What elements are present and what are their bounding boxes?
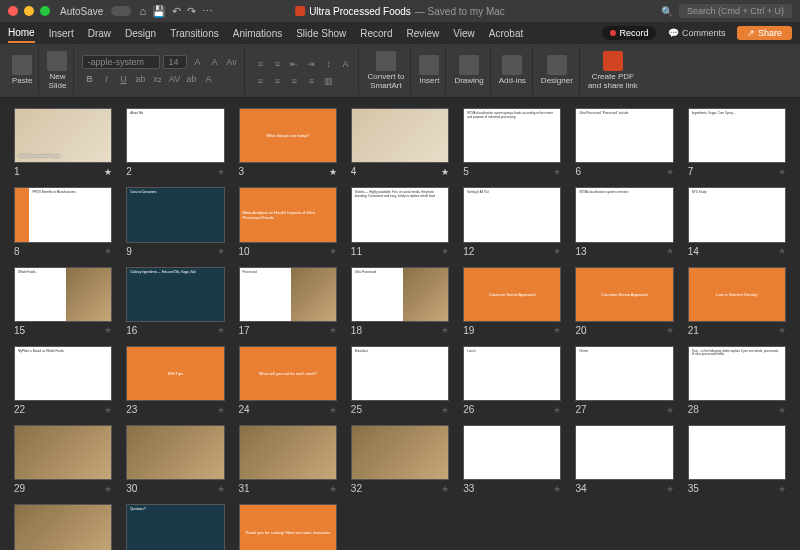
font-color-button[interactable]: A (201, 72, 215, 86)
designer-group[interactable]: Designer (535, 46, 580, 95)
save-icon[interactable]: 💾 (152, 5, 166, 18)
slide-thumbnail-15[interactable]: Whole Foods15★ (14, 267, 112, 336)
slide-thumbnail-9[interactable]: Cons to Consumers9★ (126, 187, 224, 256)
slide-thumbnail-11[interactable]: Gotcha — Highly palatable, Fun, on socia… (351, 187, 449, 256)
tab-view[interactable]: View (453, 25, 475, 42)
slide-thumbnail-35[interactable]: 35★ (688, 425, 786, 494)
slide-thumbnail-38[interactable]: Thank you for coming! Here are more reso… (239, 504, 337, 550)
drawing-group[interactable]: Drawing (448, 46, 490, 95)
record-button[interactable]: Record (602, 26, 656, 40)
qat-more-icon[interactable]: ⋯ (202, 5, 213, 18)
autosave-toggle[interactable]: AutoSave (60, 6, 103, 17)
strike-button[interactable]: ab (133, 72, 147, 86)
tab-insert[interactable]: Insert (49, 25, 74, 42)
insert-group[interactable]: Insert (413, 46, 446, 95)
slide-thumbnail-25[interactable]: Breakfast25★ (351, 346, 449, 415)
indent-left-button[interactable]: ⇤ (287, 57, 301, 71)
bullets-button[interactable]: ≡ (253, 57, 267, 71)
justify-button[interactable]: ≡ (304, 74, 318, 88)
slide-thumbnail-36[interactable]: 36★ (14, 504, 112, 550)
slide-thumbnail-19[interactable]: Common Sense Approach19★ (463, 267, 561, 336)
autosave-switch[interactable] (111, 6, 131, 16)
underline-button[interactable]: U (116, 72, 130, 86)
slide-thumbnail-23[interactable]: WH Tips23★ (126, 346, 224, 415)
increase-font-icon[interactable]: A (190, 55, 204, 69)
clear-format-icon[interactable]: Aν (224, 55, 238, 69)
new-slide-group[interactable]: New Slide (41, 46, 74, 95)
slide-thumbnail-10[interactable]: Meta-Analysis on Health Impacts of Ultra… (239, 187, 337, 256)
slide-thumbnail-31[interactable]: 31★ (239, 425, 337, 494)
slide-thumbnail-3[interactable]: What did you eat today?3★ (239, 108, 337, 177)
text-direction-button[interactable]: A (338, 57, 352, 71)
align-left-button[interactable]: ≡ (253, 74, 267, 88)
tab-acrobat[interactable]: Acrobat (489, 25, 523, 42)
slide-thumbnail-18[interactable]: Ultra Processed18★ (351, 267, 449, 336)
slide-thumbnail-30[interactable]: 30★ (126, 425, 224, 494)
subscript-button[interactable]: x₂ (150, 72, 164, 86)
bold-button[interactable]: B (82, 72, 96, 86)
slide-thumbnail-13[interactable]: NOVA classification system overview13★ (575, 187, 673, 256)
slide-thumbnail-21[interactable]: Low in Nutrient Density21★ (688, 267, 786, 336)
slide-thumbnail-37[interactable]: Questions?37★ (126, 504, 224, 550)
slide-thumbnail-6[interactable]: Ultra Processed "Processed" include6★ (575, 108, 673, 177)
line-spacing-button[interactable]: ↕ (321, 57, 335, 71)
slide-number: 28 (688, 404, 699, 415)
convert-smartart-group[interactable]: Convert to SmartArt (361, 46, 411, 95)
slide-thumbnail-27[interactable]: Dinner27★ (575, 346, 673, 415)
slide-thumbnail-20[interactable]: Common Sense Approach20★ (575, 267, 673, 336)
tab-design[interactable]: Design (125, 25, 156, 42)
addins-group[interactable]: Add-ins (493, 46, 533, 95)
slide-thumbnail-16[interactable]: Culinary Ingredients — Fats and Oils, Su… (126, 267, 224, 336)
transition-star-icon: ★ (329, 246, 337, 256)
slide-thumbnail-1[interactable]: Ultra Processed Foods1★ (14, 108, 112, 177)
comments-button[interactable]: 💬 Comments (662, 26, 731, 40)
italic-button[interactable]: I (99, 72, 113, 86)
columns-button[interactable]: ▥ (321, 74, 335, 88)
slide-thumbnail-32[interactable]: 32★ (351, 425, 449, 494)
paste-group[interactable]: Paste (6, 46, 39, 95)
slide-thumbnail-2[interactable]: About Me2★ (126, 108, 224, 177)
align-right-button[interactable]: ≡ (287, 74, 301, 88)
slide-thumbnail-26[interactable]: Lunch26★ (463, 346, 561, 415)
zoom-window[interactable] (40, 6, 50, 16)
tab-draw[interactable]: Draw (88, 25, 111, 42)
search-input[interactable]: Search (Cmd + Ctrl + U) (679, 4, 792, 18)
share-button[interactable]: ↗ Share (737, 26, 792, 40)
tab-animations[interactable]: Animations (233, 25, 282, 42)
create-pdf-group[interactable]: Create PDF and share link (582, 46, 644, 95)
convert-label: Convert to SmartArt (367, 73, 404, 91)
slide-thumbnail-34[interactable]: 34★ (575, 425, 673, 494)
slide-preview: Common Sense Approach (575, 267, 673, 322)
tab-home[interactable]: Home (8, 24, 35, 43)
slide-thumbnail-5[interactable]: NOVA classification system groups foods … (463, 108, 561, 177)
tab-slideshow[interactable]: Slide Show (296, 25, 346, 42)
slide-thumbnail-22[interactable]: MyPlate is Based on Whole Foods22★ (14, 346, 112, 415)
numbering-button[interactable]: ≡ (270, 57, 284, 71)
slide-thumbnail-8[interactable]: PROS Benefits to Manufacturers8★ (14, 187, 112, 256)
slide-thumbnail-33[interactable]: 33★ (463, 425, 561, 494)
close-window[interactable] (8, 6, 18, 16)
slide-thumbnail-12[interactable]: Sorting It All Out12★ (463, 187, 561, 256)
indent-right-button[interactable]: ⇥ (304, 57, 318, 71)
slide-thumbnail-4[interactable]: 4★ (351, 108, 449, 177)
align-center-button[interactable]: ≡ (270, 74, 284, 88)
slide-thumbnail-28[interactable]: Quiz – in the following slides explain i… (688, 346, 786, 415)
redo-icon[interactable]: ↷ (187, 5, 196, 18)
minimize-window[interactable] (24, 6, 34, 16)
highlight-button[interactable]: ab (184, 72, 198, 86)
slide-thumbnail-17[interactable]: Processed17★ (239, 267, 337, 336)
tab-transitions[interactable]: Transitions (170, 25, 219, 42)
slide-thumbnail-7[interactable]: Ingredients: Sugar, Corn Syrup...7★ (688, 108, 786, 177)
slide-thumbnail-24[interactable]: What will you eat for each meal?24★ (239, 346, 337, 415)
undo-icon[interactable]: ↶ (172, 5, 181, 18)
slide-thumbnail-14[interactable]: NYU Study14★ (688, 187, 786, 256)
spacing-button[interactable]: AV (167, 72, 181, 86)
tab-review[interactable]: Review (406, 25, 439, 42)
font-size-select[interactable]: 14 (163, 55, 187, 69)
home-icon[interactable]: ⌂ (139, 5, 146, 17)
tab-record[interactable]: Record (360, 25, 392, 42)
slide-sorter-view[interactable]: Ultra Processed Foods1★About Me2★What di… (0, 98, 800, 550)
slide-thumbnail-29[interactable]: 29★ (14, 425, 112, 494)
decrease-font-icon[interactable]: A (207, 55, 221, 69)
font-name-select[interactable]: -apple-system (82, 55, 160, 69)
